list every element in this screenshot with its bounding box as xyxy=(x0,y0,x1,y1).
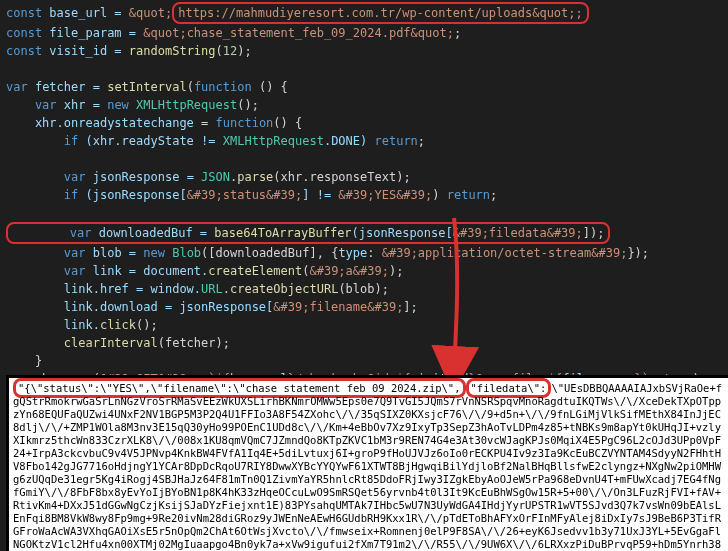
base64-blob: StrRmokrwGaSrLnNGzVroSrRMaSvEEzWkUXSLirh… xyxy=(13,395,721,551)
code-editor: const base_url = &quot;https://mahmudiye… xyxy=(0,0,728,426)
highlighted-url-box: https://mahmudiyeresort.com.tr/wp-conten… xyxy=(172,2,589,24)
highlighted-filedata-line: var downloadedBuf = base64ToArrayBuffer(… xyxy=(6,222,610,244)
json-output-panel: "{\"status\":\"YES\",\"filename\":\"chas… xyxy=(6,375,728,551)
